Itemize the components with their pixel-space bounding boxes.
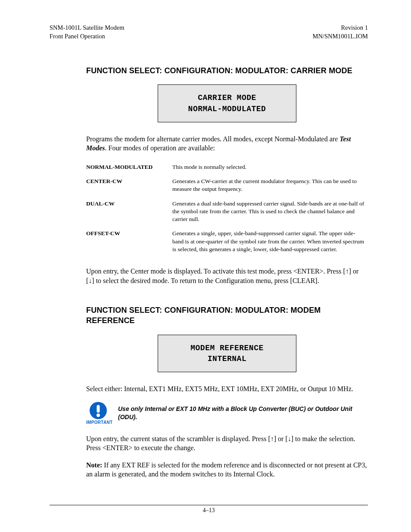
lcd-line: CARRIER MODE: [158, 93, 296, 103]
table-row: NORMAL-MODULATED This mode is normally s…: [86, 161, 368, 175]
mode-desc: Generates a dual side-band suppressed ca…: [172, 197, 368, 227]
note-label: Note:: [86, 461, 102, 469]
mode-desc: Generates a CW-carrier at the current mo…: [172, 175, 368, 197]
carrier-mode-intro: Programs the modem for alternate carrier…: [86, 134, 368, 153]
header-chapter: Front Panel Operation: [50, 32, 124, 41]
header-revision: Revision 1: [313, 24, 368, 32]
modem-reference-note: Note: If any EXT REF is selected for the…: [86, 460, 368, 479]
mode-desc: Generates a single, upper, side-band-sup…: [172, 227, 368, 257]
svg-point-2: [97, 414, 100, 417]
header-left: SNM-1001L Satellite Modem Front Panel Op…: [50, 24, 124, 40]
lcd-display-modem-reference: MODEM REFERENCE INTERNAL: [158, 335, 296, 372]
important-callout: IMPORTANT Use only Internal or EXT 10 MH…: [86, 401, 368, 425]
modem-reference-select: Select either: Internal, EXT1 MHz, EXT5 …: [86, 384, 368, 394]
header-doc-number: MN/SNM1001L.IOM: [313, 32, 368, 41]
page-number: 4–13: [203, 507, 215, 513]
page-footer: 4–13: [50, 505, 368, 514]
lcd-line: MODEM REFERENCE: [158, 343, 296, 354]
carrier-modes-table: NORMAL-MODULATED This mode is normally s…: [86, 161, 368, 257]
table-row: OFFSET-CW Generates a single, upper, sid…: [86, 227, 368, 257]
section-heading-carrier-mode: FUNCTION SELECT: CONFIGURATION: MODULATO…: [86, 65, 368, 76]
header-right: Revision 1 MN/SNM1001L.IOM: [313, 24, 368, 40]
carrier-mode-outro: Upon entry, the Center mode is displayed…: [86, 267, 368, 285]
exclamation-icon: [89, 401, 107, 420]
table-row: CENTER-CW Generates a CW-carrier at the …: [86, 175, 368, 197]
modem-reference-entry: Upon entry, the current status of the sc…: [86, 434, 368, 453]
table-row: DUAL-CW Generates a dual side-band suppr…: [86, 197, 368, 227]
page-content: FUNCTION SELECT: CONFIGURATION: MODULATO…: [50, 65, 368, 479]
mode-name: NORMAL-MODULATED: [86, 161, 172, 175]
lcd-line: NORMAL-MODULATED: [158, 104, 296, 115]
section-heading-modem-reference: FUNCTION SELECT: CONFIGURATION: MODULATO…: [86, 305, 368, 326]
text-span: . Four modes of operation are available:: [105, 144, 215, 152]
mode-desc: This mode is normally selected.: [172, 161, 368, 175]
svg-rect-1: [97, 405, 100, 413]
important-icon-container: IMPORTANT: [86, 401, 110, 425]
page-header: SNM-1001L Satellite Modem Front Panel Op…: [50, 24, 368, 40]
lcd-line: INTERNAL: [158, 354, 296, 364]
mode-name: CENTER-CW: [86, 175, 172, 197]
mode-name: OFFSET-CW: [86, 227, 172, 257]
mode-name: DUAL-CW: [86, 197, 172, 227]
header-product: SNM-1001L Satellite Modem: [50, 24, 124, 32]
important-label: IMPORTANT: [86, 420, 110, 425]
text-span: Programs the modem for alternate carrier…: [86, 135, 339, 143]
lcd-display-carrier-mode: CARRIER MODE NORMAL-MODULATED: [158, 84, 296, 122]
note-text: If any EXT REF is selected for the modem…: [86, 461, 367, 478]
important-text: Use only Internal or EXT 10 MHz with a B…: [118, 401, 368, 421]
